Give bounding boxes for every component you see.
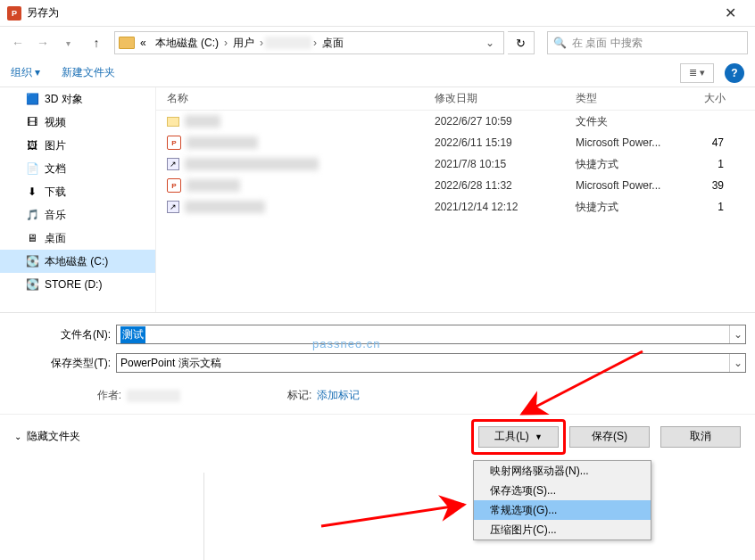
sidebar-item[interactable]: 💽本地磁盘 (C:) (0, 250, 155, 273)
sidebar-icon: 🎵 (25, 208, 39, 222)
sidebar-icon: 📄 (25, 161, 39, 176)
chevron-right-icon: › (224, 37, 228, 49)
sidebar-item[interactable]: 🖼图片 (0, 134, 155, 157)
chevron-right-icon: › (260, 37, 263, 49)
hide-folders-toggle[interactable]: ⌄ 隐藏文件夹 (14, 429, 80, 444)
file-size: 1 (690, 158, 734, 170)
close-button[interactable]: ✕ (712, 1, 748, 26)
file-row[interactable]: ↗ 2021/7/8 10:15 快捷方式 1 (156, 153, 755, 175)
file-name-redacted (187, 179, 240, 192)
column-type[interactable]: 类型 (565, 91, 690, 106)
form-area: 文件名(N): 测试 ⌄ 保存类型(T): PowerPoint 演示文稿 ⌄ … (0, 312, 755, 414)
file-name-redacted (185, 158, 319, 170)
sidebar-item[interactable]: 🟦3D 对象 (0, 87, 155, 111)
organize-button[interactable]: 组织 ▾ (11, 65, 40, 80)
sidebar-icon: 🖥 (25, 231, 39, 245)
address-bar[interactable]: « 本地磁盘 (C:) › 用户 › › 桌面 ⌄ (114, 31, 504, 54)
filename-dropdown-icon[interactable]: ⌄ (729, 325, 745, 343)
file-type: 快捷方式 (565, 200, 690, 215)
cancel-button[interactable]: 取消 (660, 426, 741, 448)
menu-item[interactable]: 常规选项(G)... (474, 500, 651, 520)
file-date: 2022/6/28 11:32 (424, 179, 565, 192)
filetype-select[interactable]: PowerPoint 演示文稿 ⌄ (116, 353, 746, 373)
sidebar-item[interactable]: 🎵音乐 (0, 203, 155, 226)
sidebar-item[interactable]: ⬇下载 (0, 180, 155, 203)
sidebar-label: 本地磁盘 (C:) (45, 254, 108, 269)
new-folder-button[interactable]: 新建文件夹 (62, 65, 115, 80)
filename-label: 文件名(N): (11, 327, 116, 342)
search-placeholder: 在 桌面 中搜索 (572, 36, 643, 51)
sidebar-label: 图片 (45, 138, 66, 153)
file-name-redacted (187, 136, 258, 149)
file-date: 2022/6/11 15:19 (424, 136, 565, 149)
back-button[interactable]: ← (7, 32, 29, 54)
file-row[interactable]: 2022/6/27 10:59 文件夹 (156, 111, 755, 132)
save-button[interactable]: 保存(S) (569, 426, 650, 448)
menu-item[interactable]: 映射网络驱动器(N)... (474, 461, 651, 481)
up-button[interactable]: ↑ (86, 32, 107, 54)
file-type: Microsoft Power... (565, 136, 690, 149)
view-options-button[interactable]: ≣ ▾ (680, 63, 714, 83)
file-name-redacted (185, 201, 265, 213)
chevron-down-icon: ⌄ (14, 432, 21, 441)
file-type: 文件夹 (565, 114, 690, 129)
sidebar-item[interactable]: 🖥桌面 (0, 226, 155, 250)
file-row[interactable]: P 2022/6/11 15:19 Microsoft Power... 47 (156, 132, 755, 153)
menu-item[interactable]: 压缩图片(C)... (474, 520, 651, 539)
sidebar-label: 文档 (45, 161, 66, 177)
breadcrumb-item[interactable]: 桌面 (319, 34, 347, 53)
file-size: 39 (690, 179, 734, 192)
watermark: passneo.cn (312, 337, 381, 350)
column-name[interactable]: 名称 (156, 91, 424, 106)
sidebar-item[interactable]: 📄文档 (0, 157, 155, 180)
footer: ⌄ 隐藏文件夹 工具(L) ▼ 保存(S) 取消 (0, 414, 755, 458)
breadcrumb-item[interactable]: 用户 (229, 34, 258, 53)
file-row[interactable]: P 2022/6/28 11:32 Microsoft Power... 39 (156, 175, 755, 196)
file-date: 2021/12/14 12:12 (424, 201, 565, 213)
recent-dropdown[interactable]: ▾ (57, 32, 79, 54)
breadcrumb-item-redacted[interactable] (265, 37, 311, 49)
column-date[interactable]: 修改日期 (424, 91, 565, 106)
refresh-button[interactable]: ↻ (508, 31, 535, 54)
breadcrumb-item[interactable]: 本地磁盘 (C:) (152, 34, 222, 53)
file-date: 2022/6/27 10:59 (424, 115, 565, 128)
divider (203, 473, 204, 560)
file-size: 47 (690, 136, 734, 149)
sidebar-label: 桌面 (45, 231, 66, 246)
column-size[interactable]: 大小 (690, 91, 734, 106)
breadcrumb-prefix: « (137, 35, 150, 51)
folder-icon (119, 37, 135, 49)
tools-button[interactable]: 工具(L) ▼ (478, 426, 559, 448)
forward-button[interactable]: → (32, 32, 54, 54)
add-tag-link[interactable]: 添加标记 (317, 388, 360, 403)
tools-label: 工具(L) (494, 429, 529, 444)
file-date: 2021/7/8 10:15 (424, 158, 565, 170)
address-dropdown-icon[interactable]: ⌄ (480, 37, 500, 49)
sidebar: 🟦3D 对象🎞视频🖼图片📄文档⬇下载🎵音乐🖥桌面💽本地磁盘 (C:)💽STORE… (0, 87, 156, 312)
sidebar-item[interactable]: 🎞视频 (0, 111, 155, 134)
author-value-redacted[interactable] (127, 390, 180, 402)
powerpoint-file-icon: P (167, 136, 181, 150)
help-button[interactable]: ? (725, 63, 744, 83)
sidebar-item[interactable]: 💽STORE (D:) (0, 273, 155, 296)
filetype-value: PowerPoint 演示文稿 (120, 356, 221, 371)
column-headers: 名称 修改日期 类型 大小 (156, 87, 755, 111)
filename-input[interactable]: 测试 ⌄ (116, 325, 746, 344)
sidebar-label: 3D 对象 (45, 92, 83, 107)
menu-item[interactable]: 保存选项(S)... (474, 481, 651, 500)
sidebar-icon: 💽 (25, 277, 39, 292)
author-label: 作者: (11, 388, 127, 403)
file-list: 名称 修改日期 类型 大小 2022/6/27 10:59 文件夹 P 2022… (156, 87, 755, 312)
file-type: 快捷方式 (565, 157, 690, 172)
shortcut-icon: ↗ (167, 201, 179, 213)
sidebar-label: 音乐 (45, 208, 66, 223)
search-icon: 🔍 (553, 37, 567, 49)
filetype-label: 保存类型(T): (11, 356, 116, 371)
title-bar: P 另存为 ✕ (0, 0, 755, 27)
search-input[interactable]: 🔍 在 桌面 中搜索 (547, 31, 748, 54)
filetype-dropdown-icon[interactable]: ⌄ (729, 354, 745, 372)
chevron-down-icon: ▼ (535, 432, 543, 441)
file-row[interactable]: ↗ 2021/12/14 12:12 快捷方式 1 (156, 196, 755, 218)
main-area: 🟦3D 对象🎞视频🖼图片📄文档⬇下载🎵音乐🖥桌面💽本地磁盘 (C:)💽STORE… (0, 87, 755, 312)
sidebar-label: 下载 (45, 185, 66, 200)
